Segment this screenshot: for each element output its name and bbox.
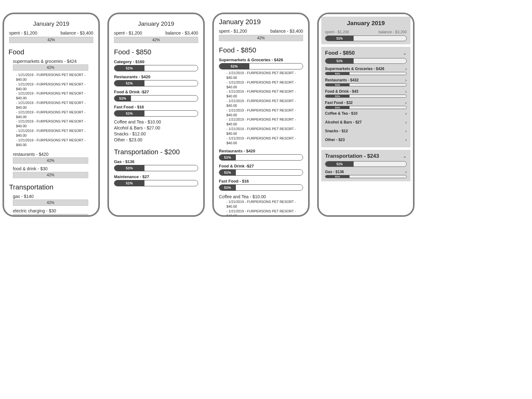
chevron-right-icon: › [405, 120, 407, 125]
transaction-line: - 1/21/2019 - FURPERSONS PET RESORT - $4… [226, 127, 303, 136]
subcat-progress: 51% [325, 95, 407, 98]
cat-category[interactable]: Category - $160 [114, 59, 198, 64]
transaction-line: - 1/21/2019 - FURPERSONS PET RESORT - $4… [226, 80, 303, 90]
cat-progress: 42% [13, 64, 88, 71]
cat-supermarkets[interactable]: Supermarkets & Groceries - $426 [219, 57, 303, 62]
cat-supermarkets[interactable]: supermarkets & groceries - $424 [13, 59, 93, 64]
subcat-supermarkets[interactable]: Supermarkets & Groceries - $426 › [325, 66, 407, 71]
spent-label: spent - $1,200 [325, 30, 349, 34]
transaction-line: - 1/21/2019 - FURPERSONS PET RESORT - $4… [16, 119, 93, 128]
chevron-right-icon: › [405, 111, 407, 116]
subcat-fast-food[interactable]: Fast Food - $32 › [325, 100, 407, 105]
card-header-food[interactable]: Food - $850 ⌄ [325, 50, 407, 56]
cat-gas[interactable]: Gas - $136 [114, 159, 198, 164]
summary-row: spent - $1,200 balance - $3,200 [325, 30, 407, 34]
transaction-line: - 1/21/2019 - FURPERSONS PET RESORT - $4… [226, 89, 303, 99]
transaction-line: - 1/21/2019 - FURPERSONS PET RESORT - $4… [226, 117, 303, 127]
chevron-right-icon: › [405, 100, 407, 105]
cat-food-drink[interactable]: Food & Drink -$27 [219, 164, 303, 168]
cat-restaurants[interactable]: Restaurants - $420 [219, 149, 303, 153]
summary-row: spent - $1,200 balance - $3,400 [219, 29, 303, 34]
subcat-progress: 51% [325, 72, 407, 75]
cat-progress: 42% [13, 214, 88, 216]
row-other[interactable]: Other - $23› [325, 135, 407, 144]
cat-progress: 42% [13, 172, 88, 178]
cat-restaurants[interactable]: Restaurants - $420 [114, 74, 198, 79]
transaction-line: - 1/21/2019 - FURPERSONS PET RESORT - $4… [16, 128, 93, 138]
mockup-v3: January 2019 spent - $1,200 balance - $3… [212, 13, 310, 217]
transportation-progress: 51% [325, 161, 407, 167]
chevron-right-icon: › [405, 169, 407, 174]
card-title: Transportation - $243 [325, 153, 379, 159]
cat-progress: 51% [114, 65, 198, 71]
header-card: January 2019 spent - $1,200 balance - $3… [321, 17, 410, 44]
food-progress: 51% [325, 58, 407, 64]
transaction-line: - 1/21/2019 - FURPERSONS PET RESORT - $4… [226, 99, 303, 108]
cat-progress: 51% [219, 154, 303, 161]
section-food: Food - $850 [114, 48, 198, 56]
cat-progress: 51% [219, 184, 303, 191]
spent-label: spent - $1,200 [114, 30, 142, 36]
month-title: January 2019 [9, 20, 93, 27]
chevron-right-icon: › [405, 137, 407, 142]
transaction-line: - 1/21/2019 - FURPERSONS PET RESORT - $4… [16, 110, 93, 119]
cat-progress: 51% [114, 95, 198, 101]
subcat-progress: 51% [325, 175, 407, 178]
balance-label: balance - $3,400 [61, 30, 93, 36]
cat-restaurants[interactable]: restaurants - $420 [13, 152, 93, 157]
overall-progress: 51% [325, 36, 407, 41]
cat-maintenance[interactable]: Maintenance - $27 [114, 174, 198, 179]
card-title: Food - $850 [325, 50, 355, 56]
month-title: January 2019 [114, 20, 198, 27]
cat-progress: 42% [13, 157, 88, 164]
transaction-line: - 1/21/2019 - FURPERSONS PET RESORT - $4… [226, 199, 303, 209]
extra-row[interactable]: Alcohol & Bars - $27.00 [114, 125, 198, 131]
row-snacks[interactable]: Snacks - $12› [325, 127, 407, 135]
transaction-line: - 1/21/2019 - FURPERSONS PET RESORT - $4… [226, 136, 303, 145]
subcat-gas[interactable]: Gas - $136 › [325, 169, 407, 174]
balance-label: balance - $3,400 [166, 30, 198, 36]
overall-progress: 42% [9, 37, 93, 43]
summary-row: spent - $1,200 balance - $3,400 [114, 30, 198, 36]
cat-fast-food[interactable]: Fast Food - $16 [114, 105, 198, 109]
transaction-line: - 1/21/2019 - FURPERSONS PET RESORT - $4… [226, 209, 303, 215]
transaction-line: - 1/21/2019 - FURPERSONS PET RESORT - $4… [226, 71, 303, 80]
cat-gas[interactable]: gas - $140 [13, 194, 93, 199]
card-header-transportation[interactable]: Transportation - $243 ⌄ [325, 153, 407, 159]
section-food: Food [8, 48, 93, 56]
cat-fast-food[interactable]: Fast Food - $16 [219, 179, 303, 183]
chevron-right-icon: › [405, 128, 407, 134]
cat-progress: 51% [114, 80, 198, 86]
chevron-down-icon: ⌄ [403, 51, 407, 56]
row-coffee[interactable]: Coffee & Tea - $10› [325, 109, 407, 118]
extra-row[interactable]: Coffee and Tea - $10.00 [219, 194, 303, 200]
cat-progress: 51% [114, 165, 198, 171]
overall-progress: 42% [114, 37, 198, 43]
chevron-down-icon: ⌄ [403, 154, 407, 159]
cat-food-drink[interactable]: food & drink - $30 [13, 166, 93, 171]
subcat-food-drink[interactable]: Food & Drink - $43 › [325, 89, 407, 94]
balance-label: balance - $3,200 [379, 30, 407, 34]
extra-row[interactable]: Snacks - $12.00 [114, 131, 198, 137]
subcat-restaurants[interactable]: Restaurants - $432 › [325, 78, 407, 83]
cat-progress: 51% [219, 169, 303, 176]
extra-row[interactable]: Other - $23.00 [114, 137, 198, 143]
spent-label: spent - $1,200 [219, 29, 247, 34]
row-alcohol[interactable]: Alcohol & Bars - $27› [325, 118, 407, 127]
transportation-card: Transportation - $243 ⌄ 51% Gas - $136 ›… [321, 150, 410, 181]
wireframe-set: January 2019 spent - $1,200 balance - $3… [0, 13, 532, 217]
section-transportation: Transportation - $200 [114, 148, 198, 156]
cat-progress: 51% [114, 110, 198, 117]
cat-food-drink[interactable]: Food & Drink -$27 [114, 90, 198, 94]
cat-charging[interactable]: electric charging - $30 [13, 208, 93, 213]
transaction-line: - 1/21/2019 - FURPERSONS PET RESORT - $4… [16, 91, 93, 101]
overall-progress: 42% [219, 35, 303, 41]
section-food: Food - $850 [219, 46, 303, 54]
chevron-right-icon: › [405, 66, 407, 71]
month-title: January 2019 [325, 20, 407, 27]
cat-progress: 51% [114, 180, 198, 186]
extra-row[interactable]: Coffee and Tea - $10.00 [114, 119, 198, 125]
mockup-v4: January 2019 spent - $1,200 balance - $3… [317, 13, 415, 217]
subcat-progress: 51% [325, 83, 407, 86]
section-transportation: Transportation [9, 183, 93, 191]
